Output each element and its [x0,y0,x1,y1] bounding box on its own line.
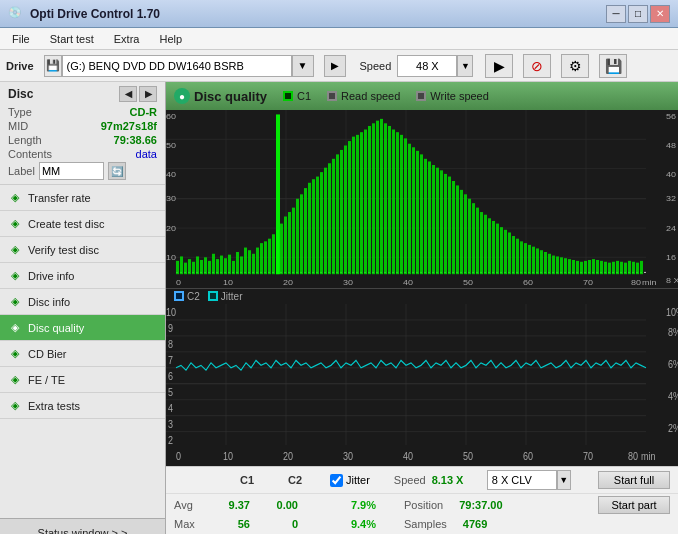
drive-info-icon: ◈ [8,269,22,283]
svg-text:10: 10 [223,449,233,461]
svg-rect-59 [264,241,267,274]
nav-disc-info[interactable]: ◈ Disc info [0,289,165,315]
right-panel: ● Disc quality C1 Read speed Write speed [166,82,678,534]
svg-rect-64 [284,217,287,275]
svg-text:5: 5 [168,386,173,398]
clv-dropdown-button[interactable]: ▼ [557,470,571,490]
jitter-checkbox[interactable] [330,474,343,487]
svg-text:10: 10 [166,252,176,261]
disc-label-refresh-button[interactable]: 🔄 [108,162,126,180]
start-full-button[interactable]: Start full [598,471,670,489]
nav-extra-tests[interactable]: ◈ Extra tests [0,393,165,419]
svg-rect-58 [260,243,263,274]
svg-text:32 X: 32 X [666,194,678,203]
svg-text:20: 20 [283,277,293,286]
svg-rect-132 [556,256,559,274]
close-button[interactable]: ✕ [650,5,670,23]
nav-create-test-disc[interactable]: ◈ Create test disc [0,211,165,237]
svg-text:50: 50 [463,449,473,461]
speed-select[interactable]: 48 X [397,55,457,77]
svg-text:3: 3 [168,418,173,430]
svg-rect-95 [408,144,411,274]
menu-file[interactable]: File [4,31,38,47]
svg-rect-140 [588,260,591,274]
maximize-button[interactable]: □ [628,5,648,23]
svg-rect-67 [296,199,299,274]
svg-rect-104 [444,174,447,274]
disc-label-input[interactable] [39,162,104,180]
clv-select[interactable]: 8 X CLV [487,470,557,490]
nav-items: ◈ Transfer rate ◈ Create test disc ◈ Ver… [0,185,165,419]
svg-rect-83 [360,132,363,274]
drive-dropdown-button[interactable]: ▼ [292,55,314,77]
svg-rect-46 [212,254,215,274]
menu-extra[interactable]: Extra [106,31,148,47]
svg-rect-114 [484,215,487,274]
nav-transfer-rate[interactable]: ◈ Transfer rate [0,185,165,211]
svg-rect-73 [320,172,323,274]
disc-info-icon: ◈ [8,295,22,309]
status-window-button[interactable]: Status window > > [0,518,165,534]
samples-label: Samples [404,518,447,530]
svg-text:50: 50 [166,141,176,150]
svg-rect-117 [496,224,499,275]
svg-rect-50 [228,255,231,275]
drive-select[interactable]: (G:) BENQ DVD DD DW1640 BSRB [62,55,292,77]
legend-c1: C1 [283,90,311,102]
svg-rect-75 [328,163,331,274]
svg-text:20: 20 [283,449,293,461]
svg-rect-89 [384,123,387,274]
svg-rect-44 [204,257,207,274]
disc-section: Disc ◀ ▶ Type CD-R MID 97m27s18f Length … [0,82,165,185]
avg-label: Avg [174,499,202,511]
settings-button[interactable]: ⚙ [561,54,589,78]
chart-bottom: C2 Jitter [166,289,678,467]
col-c1-label: C1 [214,474,254,486]
menu-start-test[interactable]: Start test [42,31,102,47]
svg-rect-54 [244,248,247,275]
drive-label: Drive [6,60,34,72]
svg-rect-91 [392,130,395,275]
svg-text:2%: 2% [668,421,678,433]
svg-text:10: 10 [166,306,176,318]
svg-rect-143 [600,261,603,274]
svg-rect-40 [188,259,191,274]
svg-rect-113 [480,212,483,274]
disc-next-button[interactable]: ▶ [139,86,157,102]
svg-rect-128 [540,250,543,274]
svg-rect-52 [236,252,239,274]
drive-icon: 💾 [44,55,62,77]
menu-help[interactable]: Help [151,31,190,47]
start-part-button[interactable]: Start part [598,496,670,514]
svg-rect-80 [348,141,351,274]
svg-rect-133 [560,257,563,274]
play-button[interactable]: ▶ [485,54,513,78]
svg-rect-105 [448,177,451,275]
drive-refresh-button[interactable]: ▶ [324,55,346,77]
legend-write-speed: Write speed [416,90,489,102]
max-c2: 0 [262,518,298,530]
erase-button[interactable]: ⊘ [523,54,551,78]
nav-fe-te[interactable]: ◈ FE / TE [0,367,165,393]
position-value: 79:37.00 [459,499,502,511]
minimize-button[interactable]: ─ [606,5,626,23]
nav-drive-info[interactable]: ◈ Drive info [0,263,165,289]
save-button[interactable]: 💾 [599,54,627,78]
nav-cd-bier[interactable]: ◈ CD Bier [0,341,165,367]
svg-text:30: 30 [343,449,353,461]
nav-disc-quality[interactable]: ◈ Disc quality [0,315,165,341]
svg-rect-92 [396,132,399,274]
speed-dropdown-button[interactable]: ▼ [457,55,473,77]
svg-text:80: 80 [631,277,641,286]
length-label: Length [8,134,42,146]
svg-text:min: min [641,449,655,461]
avg-jitter: 7.9% [326,499,376,511]
max-jitter: 9.4% [326,518,376,530]
type-value: CD-R [130,106,158,118]
svg-rect-153 [640,261,643,274]
avg-c1: 9.37 [214,499,250,511]
svg-text:0: 0 [176,449,181,461]
disc-prev-button[interactable]: ◀ [119,86,137,102]
svg-rect-84 [364,130,367,275]
nav-verify-test-disc[interactable]: ◈ Verify test disc [0,237,165,263]
